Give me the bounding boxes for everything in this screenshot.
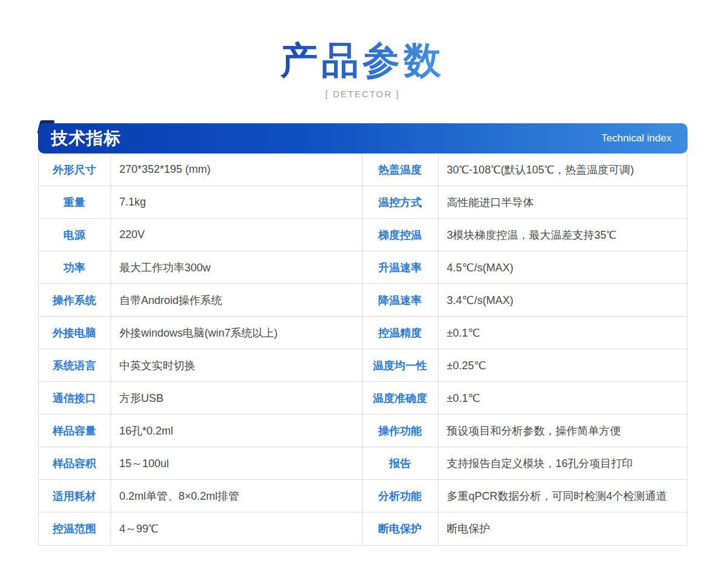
spec-label: 断电保护 — [362, 512, 439, 545]
table-row: 控温范围 4～99℃ 断电保护 断电保护 — [39, 512, 687, 545]
spec-label: 通信接口 — [39, 382, 111, 414]
spec-label: 温度准确度 — [362, 382, 439, 414]
spec-label: 温控方式 — [362, 186, 439, 218]
spec-label: 报告 — [362, 447, 439, 479]
spec-label: 操作系统 — [39, 284, 111, 316]
panel-header: 技术指标 Technical index — [38, 123, 688, 153]
technical-index-panel: 技术指标 Technical index 外形尺寸 270*352*195 (m… — [38, 123, 688, 546]
page-title-block: 产品参数 [ DETECTOR ] — [0, 0, 725, 99]
spec-value: 15～100ul — [111, 447, 362, 479]
table-row: 电源 220V 梯度控温 3模块梯度控温，最大温差支持35℃ — [39, 219, 687, 251]
spec-value: 方形USB — [111, 382, 362, 414]
spec-label: 升温速率 — [362, 251, 439, 283]
panel-title-zh: 技术指标 — [51, 127, 121, 150]
spec-label: 外接电脑 — [39, 317, 111, 349]
table-row: 系统语言 中英文实时切换 温度均一性 ±0.25℃ — [39, 349, 687, 382]
table-row: 外接电脑 外接windows电脑(win7系统以上) 控温精度 ±0.1℃ — [39, 317, 687, 349]
spec-value: 断电保护 — [439, 512, 687, 545]
spec-label: 适用耗材 — [39, 480, 111, 512]
spec-label: 系统语言 — [39, 349, 111, 381]
table-row: 样品容积 15～100ul 报告 支持报告自定义模块，16孔分项目打印 — [39, 447, 687, 480]
spec-label: 电源 — [39, 219, 111, 251]
spec-value: 30℃-108℃(默认105℃，热盖温度可调) — [439, 153, 687, 186]
spec-value: 多重qPCR数据分析，可同时检测4个检测通道 — [439, 480, 687, 512]
spec-value: 支持报告自定义模块，16孔分项目打印 — [439, 447, 687, 479]
panel-title-en: Technical index — [601, 132, 671, 144]
spec-value: ±0.25℃ — [439, 349, 687, 381]
spec-label: 控温范围 — [39, 512, 111, 545]
spec-value: 3模块梯度控温，最大温差支持35℃ — [439, 219, 687, 251]
table-row: 操作系统 自带Android操作系统 降温速率 3.4℃/s(MAX) — [39, 284, 687, 317]
spec-value: 最大工作功率300w — [111, 251, 362, 283]
spec-label: 功率 — [39, 251, 111, 283]
table-row: 外形尺寸 270*352*195 (mm) 热盖温度 30℃-108℃(默认10… — [39, 153, 687, 186]
spec-value: 220V — [111, 219, 362, 251]
table-row: 适用耗材 0.2ml单管、8×0.2ml排管 分析功能 多重qPCR数据分析，可… — [39, 480, 687, 512]
spec-label: 梯度控温 — [362, 219, 439, 251]
spec-label: 外形尺寸 — [39, 153, 111, 186]
spec-label: 温度均一性 — [362, 349, 439, 381]
spec-label: 分析功能 — [362, 480, 439, 512]
spec-value: 中英文实时切换 — [111, 349, 362, 381]
spec-value: 0.2ml单管、8×0.2ml排管 — [111, 480, 362, 512]
page-subtitle: [ DETECTOR ] — [0, 89, 725, 99]
spec-label: 操作功能 — [362, 415, 439, 447]
spec-value: 4～99℃ — [111, 512, 362, 545]
spec-value: 4.5℃/s(MAX) — [439, 251, 687, 283]
spec-value: 3.4℃/s(MAX) — [439, 284, 687, 316]
spec-label: 热盖温度 — [362, 153, 439, 186]
spec-value: 高性能进口半导体 — [439, 186, 687, 218]
table-row: 样品容量 16孔*0.2ml 操作功能 预设项目和分析参数，操作简单方便 — [39, 415, 687, 447]
table-row: 重量 7.1kg 温控方式 高性能进口半导体 — [39, 186, 687, 219]
spec-value: 7.1kg — [111, 186, 362, 218]
spec-label: 重量 — [39, 186, 111, 218]
spec-value: 预设项目和分析参数，操作简单方便 — [439, 415, 687, 447]
spec-table: 外形尺寸 270*352*195 (mm) 热盖温度 30℃-108℃(默认10… — [38, 153, 688, 546]
spec-value: ±0.1℃ — [439, 317, 687, 349]
spec-value: 自带Android操作系统 — [111, 284, 362, 316]
spec-label: 样品容量 — [39, 415, 111, 447]
spec-value: 16孔*0.2ml — [111, 415, 362, 447]
table-row: 通信接口 方形USB 温度准确度 ±0.1℃ — [39, 382, 687, 415]
spec-label: 控温精度 — [362, 317, 439, 349]
spec-label: 降温速率 — [362, 284, 439, 316]
table-row: 功率 最大工作功率300w 升温速率 4.5℃/s(MAX) — [39, 251, 687, 284]
spec-value: ±0.1℃ — [439, 382, 687, 414]
spec-value: 270*352*195 (mm) — [111, 153, 362, 186]
page-title: 产品参数 — [280, 39, 445, 82]
spec-label: 样品容积 — [39, 447, 111, 479]
spec-value: 外接windows电脑(win7系统以上) — [111, 317, 362, 349]
